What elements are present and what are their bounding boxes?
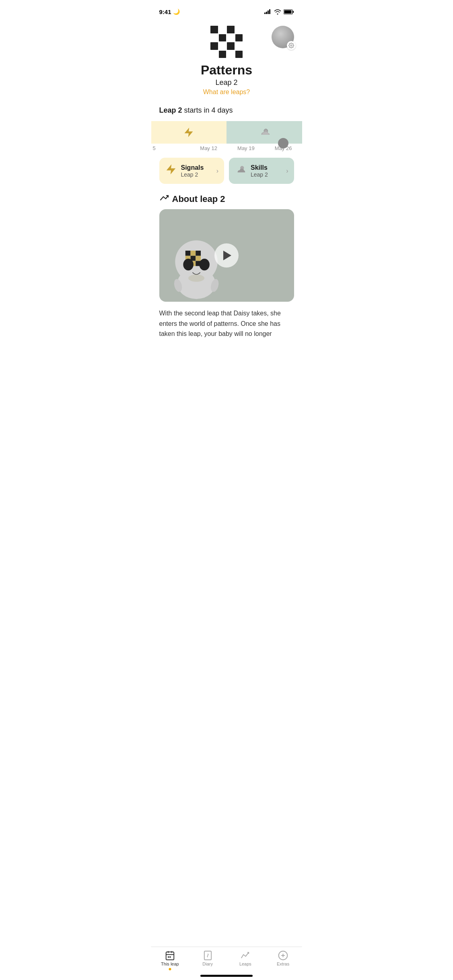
svg-rect-12	[185, 251, 190, 256]
signal-icon	[264, 9, 272, 14]
settings-badge[interactable]	[287, 41, 296, 50]
battery-icon	[284, 9, 294, 14]
skills-card-title: Skills	[251, 164, 282, 171]
svg-point-21	[183, 259, 193, 270]
header: Patterns Leap 2 What are leaps?	[151, 18, 302, 106]
about-section: About leap 2	[151, 190, 302, 371]
timeline-left-section	[151, 121, 227, 144]
svg-rect-6	[292, 11, 294, 13]
svg-rect-2	[268, 10, 269, 14]
status-time: 9:41	[159, 8, 171, 15]
about-heading-icon	[159, 194, 169, 204]
status-bar: 9:41 🌙	[151, 0, 302, 18]
signals-card-desc: Leap 2	[181, 171, 212, 178]
svg-rect-14	[196, 251, 201, 256]
signals-card-text: Signals Leap 2	[181, 164, 212, 178]
signals-card[interactable]: Signals Leap 2 ›	[159, 158, 224, 184]
date-label-may19: May 19	[227, 145, 265, 151]
wifi-icon	[274, 9, 281, 14]
lightning-icon	[183, 127, 194, 138]
svg-point-7	[290, 45, 292, 46]
leap-countdown-text: Leap 2 starts in 4 days	[159, 106, 294, 115]
svg-rect-0	[264, 12, 266, 14]
svg-point-22	[199, 259, 209, 270]
date-label-5: 5	[151, 145, 190, 151]
svg-rect-5	[284, 10, 291, 13]
status-icons	[264, 9, 294, 14]
timeline-right-section	[226, 121, 302, 144]
date-label-may12: May 12	[190, 145, 227, 151]
about-heading: About leap 2	[159, 194, 294, 204]
cards-row: Signals Leap 2 › Skills Leap 2 ›	[151, 154, 302, 190]
skills-card-desc: Leap 2	[251, 171, 282, 178]
svg-rect-17	[196, 255, 201, 261]
skills-card-text: Skills Leap 2	[251, 164, 282, 178]
skills-card-arrow: ›	[286, 167, 288, 175]
timeline-dates: 5 May 12 May 19 May 26	[151, 144, 302, 154]
leap-subtitle: Leap 2	[215, 78, 237, 87]
description-text: With the second leap that Daisy takes, s…	[159, 308, 294, 371]
svg-rect-1	[266, 12, 267, 14]
app-title: Patterns	[201, 63, 252, 78]
skills-card[interactable]: Skills Leap 2 ›	[229, 158, 294, 184]
signals-card-arrow: ›	[216, 167, 218, 175]
app-logo	[210, 26, 243, 58]
gear-icon	[288, 43, 294, 48]
profile-icon[interactable]	[272, 26, 294, 48]
play-button[interactable]	[214, 243, 239, 268]
about-leap-label: About leap 2	[172, 194, 225, 204]
date-label-may26: May 26	[265, 145, 302, 151]
leap-countdown: Leap 2 starts in 4 days	[151, 106, 302, 121]
skills-icon	[235, 163, 247, 178]
svg-rect-3	[269, 9, 270, 14]
timeline-current-dot	[278, 138, 288, 148]
svg-point-25	[188, 274, 204, 282]
timeline: 5 May 12 May 19 May 26	[151, 121, 302, 154]
video-thumbnail[interactable]	[159, 209, 294, 302]
moon-icon: 🌙	[173, 8, 180, 15]
play-triangle-icon	[223, 251, 231, 260]
what-are-leaps-link[interactable]: What are leaps?	[203, 89, 250, 96]
cloud-sun-icon	[258, 127, 270, 138]
signals-card-title: Signals	[181, 164, 212, 171]
signals-icon	[165, 163, 177, 178]
svg-rect-13	[190, 251, 196, 256]
